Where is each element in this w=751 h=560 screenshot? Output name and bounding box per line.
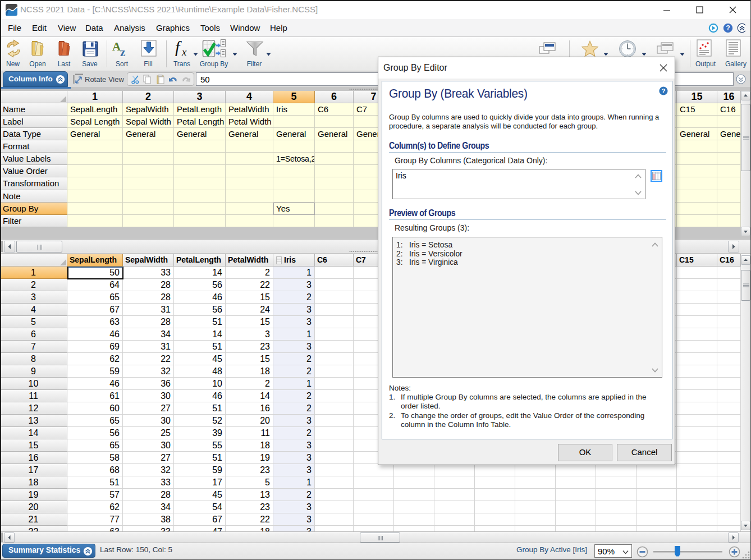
svg-text:f: f	[175, 39, 182, 56]
svg-text:?: ?	[661, 88, 665, 94]
svg-text:z: z	[120, 45, 125, 58]
svg-text:x: x	[181, 46, 187, 58]
svg-text:?: ?	[726, 24, 730, 32]
